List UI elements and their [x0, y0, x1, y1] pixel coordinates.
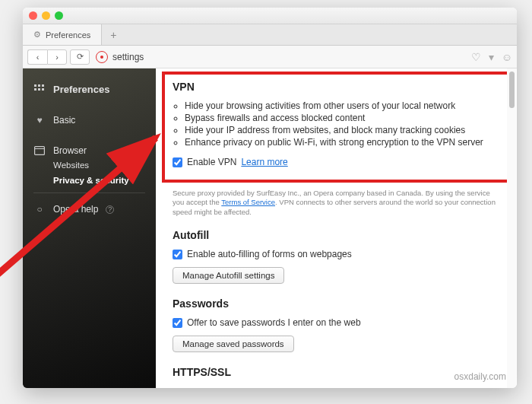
passwords-check-row: Offer to save passwords I enter on the w…: [173, 317, 500, 328]
reload-button[interactable]: ⟳: [70, 49, 90, 65]
vpn-bullet-list: Hide your browsing activities from other…: [173, 100, 500, 148]
svg-rect-0: [34, 84, 36, 87]
vpn-highlight: VPN Hide your browsing activities from o…: [162, 72, 511, 183]
vpn-learn-more-link[interactable]: Learn more: [241, 157, 287, 167]
autofill-checkbox[interactable]: [173, 250, 182, 259]
address-bar[interactable]: settings: [93, 51, 468, 63]
close-window-button[interactable]: [29, 11, 37, 20]
https-section: HTTPS/SSL Manage Certificates... Learn m…: [173, 366, 500, 388]
gear-icon: ⚙: [33, 30, 41, 40]
sidebar-item-browser-group: Browser: [23, 139, 156, 157]
vpn-heading: VPN: [173, 81, 500, 93]
sidebar-item-label[interactable]: Browser: [53, 145, 87, 156]
address-text: settings: [112, 52, 144, 62]
nav-back-forward: ‹ ›: [27, 49, 67, 65]
toolbar-right: ♡ ▾ ☺: [471, 51, 512, 63]
help-question-icon: ?: [106, 205, 114, 214]
enable-vpn-label: Enable VPN: [187, 157, 236, 167]
manage-passwords-button[interactable]: Manage saved passwords: [173, 336, 294, 352]
sidebar: Preferences ♥ Basic Browser Websites Pri…: [23, 68, 156, 388]
heart-icon[interactable]: ♡: [471, 51, 481, 63]
opera-icon: [96, 51, 108, 63]
svg-rect-6: [35, 147, 45, 155]
autofill-section: Autofill Enable auto-filling of forms on…: [173, 229, 500, 284]
vpn-bullet: Hide your IP address from websites, and …: [185, 125, 500, 135]
svg-rect-4: [38, 88, 40, 91]
scrollbar-thumb[interactable]: [509, 72, 515, 108]
content-area: Preferences ♥ Basic Browser Websites Pri…: [23, 68, 517, 388]
https-heading: HTTPS/SSL: [173, 366, 500, 378]
heart-icon: ♥: [33, 115, 46, 126]
vpn-fineprint: Secure proxy provided by SurfEasy Inc., …: [173, 189, 500, 217]
enable-vpn-row: Enable VPN Learn more: [173, 157, 500, 167]
passwords-section: Passwords Offer to save passwords I ente…: [173, 297, 500, 352]
opera-small-icon: ○: [33, 204, 46, 215]
main-panel: VPN Hide your browsing activities from o…: [156, 68, 517, 388]
autofill-check-label: Enable auto-filling of forms on webpages: [187, 249, 352, 259]
watermark: osxdaily.com: [454, 371, 506, 382]
sidebar-item-label: Opera help: [53, 204, 98, 215]
svg-rect-3: [34, 88, 36, 91]
vpn-bullet: Bypass firewalls and access blocked cont…: [185, 113, 500, 123]
passwords-checkbox[interactable]: [173, 318, 182, 328]
grid-icon: [33, 84, 46, 95]
sidebar-header: Preferences: [23, 78, 156, 101]
download-icon[interactable]: ▾: [489, 51, 494, 63]
svg-rect-2: [42, 84, 44, 87]
autofill-heading: Autofill: [173, 229, 500, 241]
vpn-bullet: Hide your browsing activities from other…: [185, 100, 500, 111]
sidebar-item-websites[interactable]: Websites: [23, 157, 156, 173]
sidebar-item-basic[interactable]: ♥ Basic: [23, 109, 156, 132]
maximize-window-button[interactable]: [55, 11, 63, 20]
svg-rect-5: [42, 88, 44, 91]
new-tab-button[interactable]: +: [102, 24, 125, 45]
minimize-window-button[interactable]: [42, 11, 50, 20]
terms-of-service-link[interactable]: Terms of Service: [221, 198, 275, 206]
passwords-check-label: Offer to save passwords I enter on the w…: [187, 317, 361, 328]
tab-bar: ⚙ Preferences +: [23, 24, 517, 46]
tab-preferences[interactable]: ⚙ Preferences: [23, 24, 102, 45]
manage-autofill-button[interactable]: Manage Autofill settings: [173, 267, 284, 284]
sidebar-item-label: Basic: [53, 115, 75, 126]
sidebar-separator: [33, 192, 145, 193]
passwords-heading: Passwords: [173, 297, 500, 310]
profile-icon[interactable]: ☺: [502, 51, 512, 63]
browser-window: ⚙ Preferences + ‹ › ⟳ settings ♡ ▾ ☺: [23, 8, 517, 388]
enable-vpn-checkbox[interactable]: [173, 157, 182, 167]
sidebar-title: Preferences: [53, 84, 109, 95]
browser-icon: [33, 146, 46, 155]
svg-rect-1: [38, 84, 40, 87]
sidebar-item-help[interactable]: ○ Opera help ?: [23, 198, 156, 221]
vpn-bullet: Enhance privacy on public Wi-Fi, with st…: [185, 137, 500, 148]
toolbar: ‹ › ⟳ settings ♡ ▾ ☺: [23, 46, 517, 68]
back-button[interactable]: ‹: [27, 49, 47, 65]
scrollbar-track[interactable]: [507, 68, 516, 388]
autofill-check-row: Enable auto-filling of forms on webpages: [173, 249, 500, 259]
titlebar: [23, 8, 517, 24]
tab-label: Preferences: [46, 30, 90, 40]
window-controls: [29, 11, 63, 20]
sidebar-item-privacy-security[interactable]: Privacy & security: [23, 173, 156, 188]
forward-button[interactable]: ›: [47, 49, 67, 65]
